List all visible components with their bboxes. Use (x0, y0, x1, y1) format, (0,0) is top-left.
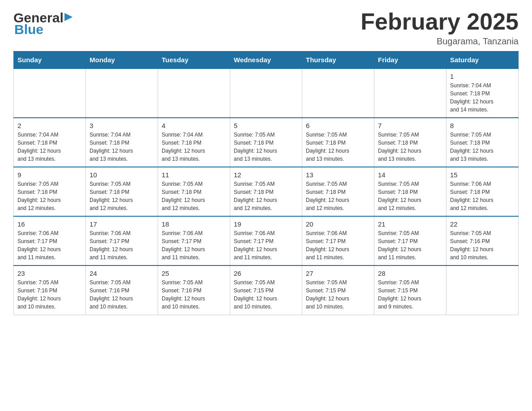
calendar-cell: 28Sunrise: 7:05 AM Sunset: 7:15 PM Dayli… (374, 265, 446, 315)
calendar-cell: 26Sunrise: 7:05 AM Sunset: 7:15 PM Dayli… (230, 265, 302, 315)
calendar-cell: 6Sunrise: 7:05 AM Sunset: 7:18 PM Daylig… (302, 118, 374, 167)
calendar-cell: 24Sunrise: 7:05 AM Sunset: 7:16 PM Dayli… (86, 265, 158, 315)
day-info: Sunrise: 7:05 AM Sunset: 7:18 PM Dayligh… (234, 180, 298, 212)
day-info: Sunrise: 7:04 AM Sunset: 7:18 PM Dayligh… (17, 131, 82, 163)
day-number: 20 (306, 220, 370, 228)
calendar-cell: 9Sunrise: 7:05 AM Sunset: 7:18 PM Daylig… (14, 167, 86, 216)
day-number: 7 (378, 122, 442, 129)
day-info: Sunrise: 7:05 AM Sunset: 7:16 PM Dayligh… (162, 278, 226, 311)
day-info: Sunrise: 7:06 AM Sunset: 7:17 PM Dayligh… (234, 229, 298, 261)
day-number: 14 (378, 171, 442, 179)
month-title: February 2025 (360, 9, 519, 34)
day-info: Sunrise: 7:05 AM Sunset: 7:16 PM Dayligh… (450, 229, 515, 261)
day-info: Sunrise: 7:06 AM Sunset: 7:17 PM Dayligh… (90, 229, 154, 261)
calendar-week-1: 1Sunrise: 7:04 AM Sunset: 7:18 PM Daylig… (14, 68, 519, 118)
day-info: Sunrise: 7:05 AM Sunset: 7:15 PM Dayligh… (306, 278, 370, 311)
calendar-cell: 7Sunrise: 7:05 AM Sunset: 7:18 PM Daylig… (374, 118, 446, 167)
day-info: Sunrise: 7:05 AM Sunset: 7:18 PM Dayligh… (90, 180, 154, 212)
day-info: Sunrise: 7:05 AM Sunset: 7:18 PM Dayligh… (17, 180, 82, 212)
day-info: Sunrise: 7:06 AM Sunset: 7:17 PM Dayligh… (17, 229, 82, 261)
calendar-week-3: 9Sunrise: 7:05 AM Sunset: 7:18 PM Daylig… (14, 167, 519, 216)
day-info: Sunrise: 7:04 AM Sunset: 7:18 PM Dayligh… (162, 131, 226, 163)
day-number: 22 (450, 220, 515, 228)
day-number: 1 (450, 73, 515, 80)
day-number: 27 (306, 270, 370, 277)
weekday-header-sunday: Sunday (14, 51, 86, 69)
day-info: Sunrise: 7:05 AM Sunset: 7:16 PM Dayligh… (90, 278, 154, 311)
day-info: Sunrise: 7:05 AM Sunset: 7:18 PM Dayligh… (306, 131, 370, 163)
day-info: Sunrise: 7:06 AM Sunset: 7:17 PM Dayligh… (306, 229, 370, 261)
day-info: Sunrise: 7:05 AM Sunset: 7:16 PM Dayligh… (17, 278, 82, 311)
calendar-cell: 8Sunrise: 7:05 AM Sunset: 7:18 PM Daylig… (446, 118, 519, 167)
day-number: 10 (90, 171, 154, 179)
svg-marker-0 (64, 13, 73, 21)
day-number: 2 (17, 122, 82, 129)
day-number: 16 (17, 220, 82, 228)
day-number: 17 (90, 220, 154, 228)
weekday-header-friday: Friday (374, 51, 446, 69)
day-info: Sunrise: 7:05 AM Sunset: 7:17 PM Dayligh… (378, 229, 442, 261)
page-header: General Blue February 2025 Bugarama, Tan… (13, 9, 519, 47)
logo: General Blue (13, 9, 74, 37)
day-info: Sunrise: 7:06 AM Sunset: 7:17 PM Dayligh… (162, 229, 226, 261)
calendar-cell: 10Sunrise: 7:05 AM Sunset: 7:18 PM Dayli… (86, 167, 158, 216)
calendar-cell: 14Sunrise: 7:05 AM Sunset: 7:18 PM Dayli… (374, 167, 446, 216)
calendar-cell: 1Sunrise: 7:04 AM Sunset: 7:18 PM Daylig… (446, 68, 519, 118)
calendar-cell: 17Sunrise: 7:06 AM Sunset: 7:17 PM Dayli… (86, 216, 158, 265)
weekday-header-monday: Monday (86, 51, 158, 69)
location: Bugarama, Tanzania (360, 36, 519, 47)
day-number: 23 (17, 270, 82, 277)
day-number: 15 (450, 171, 515, 179)
day-info: Sunrise: 7:05 AM Sunset: 7:18 PM Dayligh… (450, 131, 515, 163)
day-number: 19 (234, 220, 298, 228)
calendar-cell: 13Sunrise: 7:05 AM Sunset: 7:18 PM Dayli… (302, 167, 374, 216)
day-info: Sunrise: 7:05 AM Sunset: 7:18 PM Dayligh… (378, 180, 442, 212)
day-info: Sunrise: 7:05 AM Sunset: 7:15 PM Dayligh… (378, 278, 442, 311)
calendar-cell (14, 68, 86, 118)
calendar-cell: 22Sunrise: 7:05 AM Sunset: 7:16 PM Dayli… (446, 216, 519, 265)
day-info: Sunrise: 7:05 AM Sunset: 7:18 PM Dayligh… (306, 180, 370, 212)
calendar-cell: 16Sunrise: 7:06 AM Sunset: 7:17 PM Dayli… (14, 216, 86, 265)
weekday-header-tuesday: Tuesday (158, 51, 230, 69)
calendar-cell: 2Sunrise: 7:04 AM Sunset: 7:18 PM Daylig… (14, 118, 86, 167)
calendar-cell: 20Sunrise: 7:06 AM Sunset: 7:17 PM Dayli… (302, 216, 374, 265)
day-number: 28 (378, 270, 442, 277)
day-info: Sunrise: 7:05 AM Sunset: 7:18 PM Dayligh… (162, 180, 226, 212)
calendar-cell (86, 68, 158, 118)
calendar-header: SundayMondayTuesdayWednesdayThursdayFrid… (14, 51, 519, 69)
title-area: February 2025 Bugarama, Tanzania (360, 9, 519, 47)
calendar-cell (230, 68, 302, 118)
calendar-cell: 23Sunrise: 7:05 AM Sunset: 7:16 PM Dayli… (14, 265, 86, 315)
logo-triangle-icon (64, 12, 74, 22)
day-number: 6 (306, 122, 370, 129)
calendar-table: SundayMondayTuesdayWednesdayThursdayFrid… (13, 51, 519, 315)
day-number: 8 (450, 122, 515, 129)
calendar-cell (158, 68, 230, 118)
calendar-cell: 4Sunrise: 7:04 AM Sunset: 7:18 PM Daylig… (158, 118, 230, 167)
weekday-header-wednesday: Wednesday (230, 51, 302, 69)
calendar-cell: 3Sunrise: 7:04 AM Sunset: 7:18 PM Daylig… (86, 118, 158, 167)
day-number: 25 (162, 270, 226, 277)
weekday-header-saturday: Saturday (446, 51, 519, 69)
calendar-week-4: 16Sunrise: 7:06 AM Sunset: 7:17 PM Dayli… (14, 216, 519, 265)
calendar-cell: 15Sunrise: 7:06 AM Sunset: 7:18 PM Dayli… (446, 167, 519, 216)
calendar-cell: 12Sunrise: 7:05 AM Sunset: 7:18 PM Dayli… (230, 167, 302, 216)
calendar-cell (374, 68, 446, 118)
day-number: 24 (90, 270, 154, 277)
day-number: 3 (90, 122, 154, 129)
calendar-cell (302, 68, 374, 118)
calendar-cell: 27Sunrise: 7:05 AM Sunset: 7:15 PM Dayli… (302, 265, 374, 315)
day-number: 21 (378, 220, 442, 228)
calendar-cell (446, 265, 519, 315)
day-info: Sunrise: 7:05 AM Sunset: 7:15 PM Dayligh… (234, 278, 298, 311)
calendar-week-2: 2Sunrise: 7:04 AM Sunset: 7:18 PM Daylig… (14, 118, 519, 167)
day-info: Sunrise: 7:05 AM Sunset: 7:18 PM Dayligh… (378, 131, 442, 163)
calendar-cell: 25Sunrise: 7:05 AM Sunset: 7:16 PM Dayli… (158, 265, 230, 315)
calendar-cell: 11Sunrise: 7:05 AM Sunset: 7:18 PM Dayli… (158, 167, 230, 216)
day-number: 4 (162, 122, 226, 129)
day-number: 12 (234, 171, 298, 179)
calendar-cell: 21Sunrise: 7:05 AM Sunset: 7:17 PM Dayli… (374, 216, 446, 265)
weekday-header-thursday: Thursday (302, 51, 374, 69)
day-number: 5 (234, 122, 298, 129)
calendar-cell: 5Sunrise: 7:05 AM Sunset: 7:18 PM Daylig… (230, 118, 302, 167)
